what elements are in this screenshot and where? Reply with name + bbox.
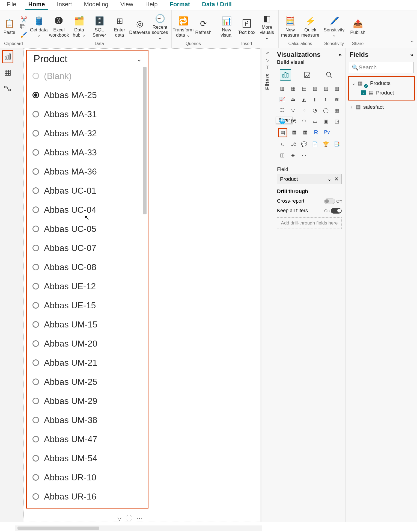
slicer-item[interactable]: Abbas UM-47 — [32, 430, 148, 449]
slicer-item[interactable]: Abbas UC-05 — [32, 219, 148, 238]
slicer-item[interactable]: Abbas UM-15 — [32, 315, 148, 334]
power-automate-icon[interactable]: ◈ — [289, 151, 297, 159]
slicer-item[interactable]: Abbas MA-25 — [32, 85, 148, 105]
slicer-item[interactable]: Abbas UR-10 — [32, 468, 148, 487]
line-column-stacked-icon[interactable]: ⫾ — [322, 95, 330, 104]
text-box-button[interactable]: 🄰Text box — [237, 17, 256, 35]
drill-drop-area[interactable]: Add drill-through fields here — [277, 217, 342, 229]
goals-icon[interactable]: 🏆 — [322, 140, 330, 148]
paginated-icon[interactable]: 📑 — [333, 140, 341, 148]
slicer-item[interactable]: (Blank) — [32, 66, 148, 85]
slicer-item[interactable]: Abbas UR-16 — [32, 487, 148, 506]
decomposition-icon[interactable]: ⎇ — [289, 140, 297, 148]
slicer-item[interactable]: Abbas MA-36 — [32, 162, 148, 181]
tab-data-drill[interactable]: Data / Drill — [197, 0, 237, 10]
treemap-icon[interactable]: ▦ — [333, 106, 341, 114]
cut-icon[interactable]: ✂️ — [20, 16, 27, 23]
slicer-item[interactable]: Abbas UE-12 — [32, 277, 148, 296]
smart-narrative-icon[interactable]: 📄 — [311, 140, 319, 148]
slicer-item[interactable]: Abbas UM-29 — [32, 391, 148, 410]
table-salesfact[interactable]: › ▦ salesfact — [348, 102, 415, 112]
slicer-item[interactable]: Abbas UM-21 — [32, 353, 148, 372]
field-box[interactable]: Product ⌄ ✕ — [277, 174, 342, 184]
focus-mode-icon[interactable]: ⛶ — [126, 515, 132, 522]
slicer-item[interactable]: Abbas UM-54 — [32, 449, 148, 468]
enter-data-button[interactable]: ⊞Enter data — [110, 14, 129, 38]
r-visual-icon[interactable]: R — [312, 128, 320, 136]
column-product[interactable]: ✓ ▤ Product — [350, 88, 413, 97]
slicer-item[interactable]: Abbas MA-33 — [32, 143, 148, 162]
tab-format[interactable]: Format — [165, 0, 195, 10]
slicer-dropdown-icon[interactable]: ⌄ — [136, 55, 142, 63]
map-icon[interactable]: 🌐 — [278, 117, 286, 125]
qa-icon[interactable]: 💬 — [300, 140, 308, 148]
slicer-item[interactable]: Abbas UE-15 — [32, 296, 148, 315]
build-visual-tab[interactable] — [280, 69, 291, 81]
fields-search-input[interactable] — [349, 62, 414, 73]
stacked-column-icon[interactable]: ▦ — [289, 84, 297, 93]
cross-report-toggle[interactable] — [324, 199, 335, 204]
data-view-button[interactable] — [2, 66, 13, 79]
multi-card-icon[interactable]: ▣ — [322, 117, 330, 125]
sql-server-button[interactable]: 🗄️SQL Server — [90, 14, 109, 38]
expand-filters-icon[interactable]: « — [266, 50, 269, 56]
report-view-button[interactable] — [2, 50, 13, 63]
checkbox-checked-icon[interactable]: ✓ — [361, 90, 366, 95]
paste-button[interactable]: 📋 Paste — [0, 17, 19, 35]
ribbon-collapse-button[interactable]: ⌃ — [410, 40, 414, 46]
more-options-icon[interactable]: ⋯ — [137, 515, 142, 522]
keep-filters-toggle[interactable] — [331, 208, 342, 214]
horizontal-scrollbar[interactable] — [15, 525, 262, 531]
stacked-area-icon[interactable]: ◭ — [300, 95, 308, 104]
slicer-item[interactable]: Abbas UC-08 — [32, 258, 148, 277]
tab-modeling[interactable]: Modeling — [79, 0, 113, 10]
report-canvas[interactable]: Product ⌄ (Blank)Abbas MA-25Abbas MA-31A… — [15, 48, 262, 522]
transform-data-button[interactable]: 🔁Transform data ⌄ — [174, 14, 192, 38]
new-visual-button[interactable]: 📊New visual — [217, 14, 236, 38]
table-icon[interactable]: ▦ — [290, 128, 298, 136]
excel-workbook-button[interactable]: 🅧Excel workbook — [50, 14, 68, 38]
tab-file[interactable]: File — [2, 0, 21, 10]
slicer-item[interactable]: Abbas UC-01 — [32, 181, 148, 200]
remove-field-icon[interactable]: ✕ — [334, 176, 339, 182]
model-view-button[interactable] — [2, 82, 13, 95]
filter-icon[interactable]: ▽ — [117, 515, 121, 522]
dataverse-button[interactable]: ◎Dataverse — [130, 17, 149, 35]
area-chart-icon[interactable]: ⛰ — [289, 95, 297, 104]
slicer-item[interactable]: Abbas UM-38 — [32, 410, 148, 430]
bookmark-icon[interactable]: ◫ — [266, 64, 270, 70]
quick-measure-button[interactable]: ⚡Quick measure — [301, 14, 320, 38]
scrollbar-thumb[interactable] — [17, 527, 99, 530]
refresh-button[interactable]: ⟳Refresh — [194, 17, 213, 35]
field-dropdown-icon[interactable]: ⌄ — [327, 176, 332, 182]
copy-icon[interactable]: ⿻ — [20, 24, 27, 30]
clustered-column-icon[interactable]: ▧ — [311, 84, 319, 93]
slicer-visual-icon[interactable]: ▤ — [278, 128, 287, 137]
funnel-chart-icon[interactable]: ▽ — [289, 106, 297, 114]
recent-sources-button[interactable]: 🕘Recent sources ⌄ — [151, 12, 169, 40]
waterfall-icon[interactable]: ☵ — [278, 106, 286, 114]
collapse-viz-icon[interactable]: » — [339, 52, 342, 58]
publish-button[interactable]: 📤Publish — [349, 17, 367, 35]
ribbon-chart-icon[interactable]: ≋ — [333, 95, 341, 104]
stacked-bar-icon[interactable]: ▥ — [278, 84, 286, 93]
gauge-icon[interactable]: ◠ — [300, 117, 308, 125]
slicer-item[interactable]: Abbas MA-32 — [32, 124, 148, 143]
power-apps-icon[interactable]: ◫ — [278, 151, 286, 159]
table-products[interactable]: ⌄ ▦✓ Products — [350, 78, 413, 88]
filters-label[interactable]: Filters — [264, 73, 271, 90]
clustered-bar-icon[interactable]: ▤ — [300, 84, 308, 93]
scatter-icon[interactable]: ⁘ — [300, 106, 308, 114]
slicer-list[interactable]: (Blank)Abbas MA-25Abbas MA-31Abbas MA-32… — [27, 66, 148, 506]
pie-chart-icon[interactable]: ◔ — [311, 106, 319, 114]
slicer-item[interactable]: Abbas UM-25 — [32, 372, 148, 391]
data-hub-button[interactable]: 🗂️Data hub ⌄ — [70, 14, 88, 38]
funnel-icon[interactable]: ▽ — [266, 58, 269, 63]
slicer-item[interactable]: Abbas UC-07 — [32, 238, 148, 258]
slicer-item[interactable]: Abbas MA-31 — [32, 105, 148, 124]
tab-insert[interactable]: Insert — [52, 0, 77, 10]
line-chart-icon[interactable]: 📈 — [278, 95, 286, 104]
tab-view[interactable]: View — [115, 0, 138, 10]
tab-home[interactable]: Home — [23, 0, 50, 10]
format-painter-icon[interactable]: 🖌️ — [20, 31, 27, 38]
